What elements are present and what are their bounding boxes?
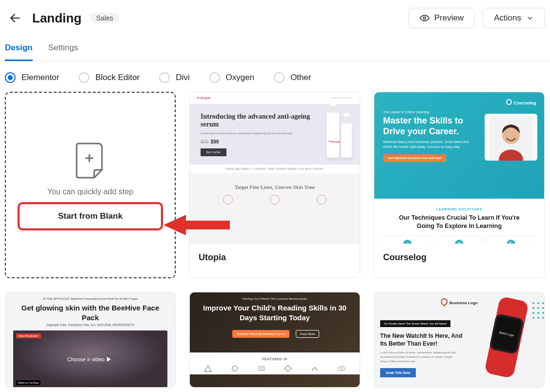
watch-logo: Business Logo — [441, 298, 477, 305]
partner-logo-icon — [284, 365, 292, 372]
watch-cta: Grab This Now — [380, 368, 416, 377]
page-type-badge: Sales — [90, 13, 119, 23]
svg-point-6 — [232, 366, 238, 371]
arrow-left-icon — [9, 12, 21, 24]
page-title: Landing — [32, 11, 81, 26]
watch-image: Watch Logo — [475, 298, 538, 376]
template-preview: Teaching Your Children This Lockdown Bec… — [190, 292, 360, 387]
svg-rect-8 — [262, 366, 264, 371]
video-placeholder: Video Placeholder Choose ir video Watch … — [13, 330, 167, 387]
gear-icon: ⚙ — [455, 240, 464, 244]
bottle-icon — [341, 124, 352, 158]
utopia-brand: ✦Utopia — [197, 96, 210, 100]
courselog-cta: GET INSTANT ACCESS FOR JUST $37 — [383, 154, 446, 162]
tab-settings[interactable]: Settings — [48, 43, 78, 61]
tab-design[interactable]: Design — [5, 43, 33, 61]
builder-selector: Elementor Block Editor Divi Oxygen Other — [0, 62, 550, 92]
radio-dot-icon — [79, 72, 89, 83]
radio-dot-icon — [274, 72, 285, 83]
partner-logo-icon — [230, 365, 239, 372]
radio-oxygen[interactable]: Oxygen — [209, 72, 255, 83]
hero-photo — [485, 114, 537, 161]
eye-icon — [420, 13, 429, 23]
actions-label: Actions — [494, 13, 521, 23]
template-preview: Courselog The Leader in Online Learning … — [374, 92, 544, 244]
add-document-icon — [75, 142, 106, 180]
template-preview: ✦Utopia ───────── Introducing the advanc… — [190, 92, 360, 244]
radio-divi[interactable]: Divi — [159, 72, 189, 83]
lock-icon: 🔒 — [403, 240, 412, 244]
radio-dot-icon — [209, 72, 220, 83]
blank-hint: You can quickly add step — [47, 187, 133, 196]
template-card-watch[interactable]: Business Logo It's Finally Here! The Sma… — [374, 292, 545, 388]
radio-other[interactable]: Other — [274, 72, 311, 83]
svg-point-10 — [338, 366, 342, 371]
svg-point-11 — [341, 366, 345, 371]
actions-dropdown[interactable]: Actions — [483, 8, 545, 28]
template-name: Utopia — [190, 244, 360, 272]
utopia-heading: Introducing the advanced anti-ageing ser… — [201, 113, 322, 128]
start-from-blank-button[interactable]: Start from Blank — [20, 204, 162, 228]
template-preview: Business Logo It's Finally Here! The Sma… — [374, 292, 544, 387]
person-icon — [489, 117, 533, 161]
feature-icon — [270, 195, 280, 205]
partner-logo-icon — [257, 365, 266, 372]
template-card-utopia[interactable]: ✦Utopia ───────── Introducing the advanc… — [189, 92, 360, 278]
partner-logo-icon — [310, 365, 319, 372]
preview-button[interactable]: Preview — [408, 8, 475, 28]
play-icon — [107, 357, 111, 362]
svg-point-1 — [423, 17, 426, 20]
svg-rect-7 — [259, 366, 261, 371]
search-icon: 🔍 — [507, 240, 515, 244]
template-preview: IN THE SPOTLIGHT: BeeHive's Nourishing F… — [5, 292, 175, 387]
partner-logo-icon — [337, 365, 346, 372]
reading-cta: Enroll In This Life-Altering Course — [232, 330, 289, 338]
feature-icon — [223, 195, 233, 205]
back-button[interactable] — [7, 10, 23, 26]
feature-icon — [317, 195, 326, 205]
template-card-courselog[interactable]: Courselog The Leader in Online Learning … — [374, 92, 545, 278]
courselog-heading: Master the Skills to Drive your Career. — [383, 116, 471, 137]
bottle-icon: ✦Utopia — [326, 113, 339, 158]
template-card-reading[interactable]: Teaching Your Children This Lockdown Bec… — [189, 292, 360, 388]
utopia-cta: BUY NOW — [201, 148, 226, 156]
partner-logo-icon — [204, 365, 212, 372]
decorative-dots — [532, 302, 544, 319]
chevron-down-icon — [526, 14, 534, 22]
start-blank-card: You can quickly add step Start from Blan… — [5, 92, 176, 278]
radio-dot-icon — [5, 72, 16, 83]
radio-dot-icon — [159, 72, 170, 83]
template-card-beehive[interactable]: IN THE SPOTLIGHT: BeeHive's Nourishing F… — [5, 292, 176, 388]
svg-marker-9 — [285, 365, 291, 371]
courselog-logo: Courselog — [383, 99, 536, 105]
template-name: Courselog — [374, 244, 544, 272]
radio-block-editor[interactable]: Block Editor — [79, 72, 140, 83]
radio-elementor[interactable]: Elementor — [5, 72, 59, 83]
preview-label: Preview — [434, 13, 464, 23]
